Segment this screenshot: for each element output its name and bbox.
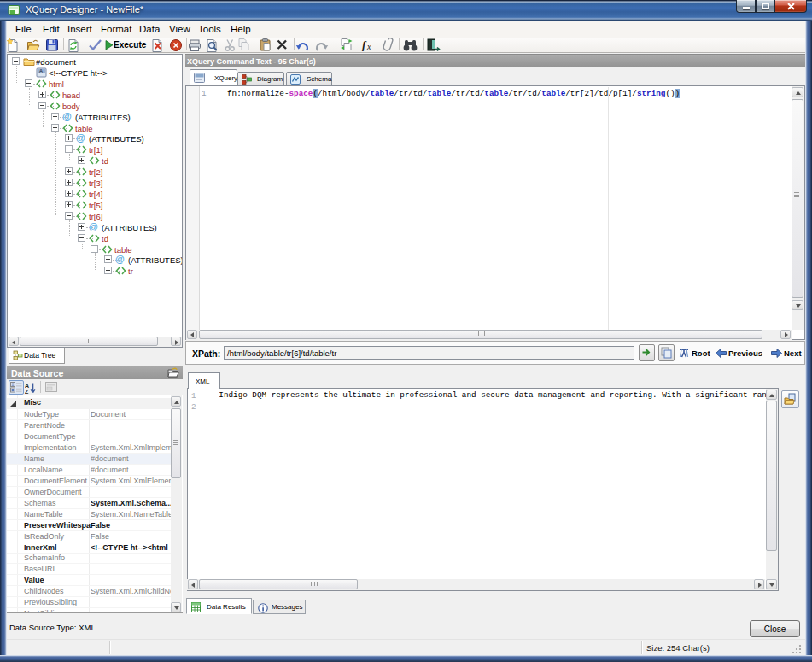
svg-text:A: A [25, 383, 29, 389]
svg-text:Z: Z [25, 389, 29, 395]
svg-text:A: A [39, 68, 43, 73]
svg-text:x: x [366, 42, 371, 51]
